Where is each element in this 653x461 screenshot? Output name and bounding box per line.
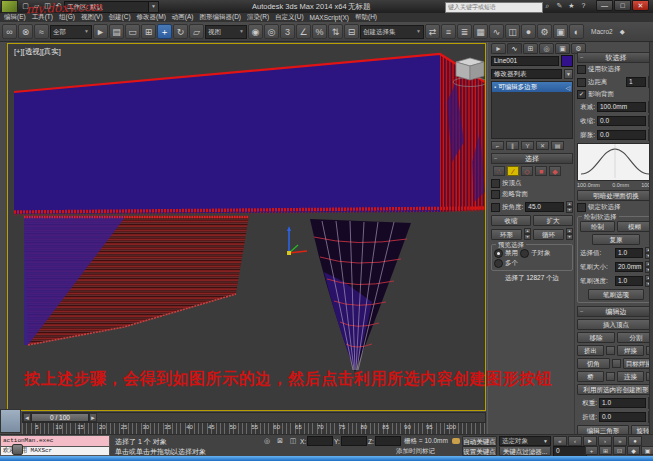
insert-vertex-button[interactable]: 插入顶点 [577,319,653,330]
brush-options-button[interactable]: 笔刷选项 [588,289,644,300]
bind-to-spacewarp-icon[interactable]: ≈ [34,24,49,39]
extrude-button[interactable]: 挤出 [577,345,604,356]
3dsmax-logo-icon[interactable] [1,0,18,13]
shrink-button[interactable]: 收缩 [491,215,531,226]
modifier-visibility-icon[interactable]: ◁ [565,84,570,91]
tab-modify[interactable]: ∿ [507,43,522,54]
weld-button[interactable]: 焊接 [617,345,644,356]
show-end-result-icon[interactable]: ∥ [506,141,519,150]
edge-subobject-icon[interactable]: ∕ [507,166,519,176]
modifier-stack[interactable]: ▪ 可编辑多边形 ◁ [491,81,573,139]
make-unique-icon[interactable]: Y [521,141,534,150]
element-subobject-icon[interactable]: ◆ [549,166,561,176]
x-coordinate-field[interactable] [307,436,333,446]
menu-item[interactable]: 编辑(E) [4,13,26,22]
workspace-dropdown-arrow-icon[interactable]: ▼ [148,1,159,13]
border-subobject-icon[interactable]: ◇ [521,166,533,176]
perspective-viewport[interactable]: [+][透视][真实] [7,43,486,411]
edit-named-selection-sets-icon[interactable]: ⊟ [344,24,359,39]
preview-subobj-radio[interactable] [520,249,529,258]
align-icon[interactable]: ≡ [441,24,456,39]
select-and-rotate-icon[interactable]: ↻ [173,24,188,39]
favorites-icon[interactable]: ★ [567,1,576,11]
pinch-field[interactable]: 0.0 [597,116,646,126]
configure-modifier-sets-icon[interactable]: ▤ [551,141,564,150]
play-icon[interactable]: ► [583,436,597,446]
communication-center-icon[interactable]: ✎ [555,1,564,11]
go-to-start-icon[interactable]: « [553,436,567,446]
remove-button[interactable]: 移除 [577,332,615,343]
menu-item[interactable]: 视图(V) [81,13,103,22]
angle-snap-icon[interactable]: ∠ [296,24,311,39]
zoom-extents-icon[interactable]: ⊡ [613,446,626,455]
connect-button[interactable]: 连接 [617,371,644,382]
isolate-selection-icon[interactable]: ◎ [262,436,272,446]
edge-distance-field[interactable]: 1 [626,77,646,87]
select-object-icon[interactable]: ► [93,24,108,39]
minimize-button[interactable]: — [596,0,613,11]
viewport-label[interactable]: [+][透视][真实] [14,47,61,57]
mirror-icon[interactable]: ⇄ [425,24,440,39]
split-button[interactable]: 分割 [617,332,653,343]
viewport-3d-scene[interactable] [8,44,485,410]
schematic-view-icon[interactable]: ◫ [505,24,520,39]
by-vertex-checkbox[interactable] [491,179,500,188]
absolute-offset-toggle-icon[interactable]: ◫ [288,436,298,446]
modifier-stack-item-label[interactable]: 可编辑多边形 [498,83,563,92]
menu-item[interactable]: 修改器(M) [137,13,166,22]
close-button[interactable]: ✕ [632,0,649,11]
selection-value-field[interactable]: 1.0 [615,248,643,258]
search-icon[interactable]: ⌕ [543,1,552,11]
selected-filter-dropdown[interactable]: 选定对象 ▼ [499,436,551,446]
paint-button[interactable]: 绘制 [580,221,615,232]
menu-item[interactable]: 渲染(R) [247,13,269,22]
brush-size-field[interactable]: 20.0mm [615,262,643,272]
chamfer-settings-button[interactable] [612,359,621,368]
curve-editor-icon[interactable]: ∿ [489,24,504,39]
material-editor-icon[interactable]: ● [521,24,536,39]
blur-button[interactable]: 模糊 [617,221,652,232]
unlink-selection-icon[interactable]: ⊗ [18,24,33,39]
help-icon[interactable]: ? [579,1,588,11]
use-pivot-center-icon[interactable]: ◉ [248,24,263,39]
modifier-stack-selected-row[interactable]: ▪ 可编辑多边形 ◁ [492,82,572,92]
go-to-end-icon[interactable]: » [613,436,627,446]
render-production-icon[interactable]: ◐ [569,24,584,39]
by-angle-spinner[interactable]: ▴▾ [566,201,573,213]
command-panel-scrollbar[interactable] [649,42,653,446]
maximize-viewport-icon[interactable]: ▣ [641,446,653,455]
bridge-button[interactable]: 桥 [577,371,604,382]
rectangular-selection-region-icon[interactable]: ▭ [125,24,140,39]
key-mode-toggle-icon[interactable]: ● [628,436,642,446]
previous-frame-icon[interactable]: ‹ [568,436,582,446]
auto-key-button[interactable]: 自动关键点 [462,436,497,446]
pin-stack-icon[interactable]: ⌐ [491,141,504,150]
tab-motion[interactable]: ◎ [539,43,554,54]
brush-strength-field[interactable]: 1.0 [615,276,643,286]
by-angle-checkbox[interactable] [491,203,500,212]
menu-item[interactable]: 动画(A) [172,13,194,22]
window-crossing-icon[interactable]: ⊞ [141,24,156,39]
lock-soft-selection-checkbox[interactable] [577,203,586,212]
object-name-field[interactable]: Line001 [491,56,559,66]
set-key-button[interactable]: 设置关键点 [462,446,497,456]
named-selection-sets-dropdown[interactable]: ▼ 创建选择集 [360,25,424,39]
polygon-subobject-icon[interactable]: ■ [535,166,547,176]
loop-spinner[interactable]: ▴▾ [566,228,573,240]
modifier-list-dropdown[interactable]: 修改器列表 [491,69,562,79]
zoom-all-icon[interactable]: ⊞ [599,446,612,455]
use-soft-selection-checkbox[interactable] [577,65,586,74]
time-slider-handle[interactable]: 0 / 100 [31,413,89,422]
falloff-field[interactable]: 100.0mm [597,102,646,112]
rollout-selection[interactable]: − 选择 [491,153,573,164]
edge-distance-checkbox[interactable] [577,78,586,87]
ring-button[interactable]: 环形 [491,229,522,240]
layer-manager-icon[interactable]: ≣ [457,24,472,39]
rendered-frame-window-icon[interactable]: ▣ [553,24,568,39]
snaps-toggle-icon[interactable]: 3 [280,24,295,39]
tab-hierarchy[interactable]: ⊞ [523,43,538,54]
select-and-link-icon[interactable]: ∞ [2,24,17,39]
modifier-list-arrow-icon[interactable]: ▼ [564,69,573,79]
pan-icon[interactable]: ◆ [627,446,640,455]
preview-multi-radio[interactable] [494,259,503,268]
